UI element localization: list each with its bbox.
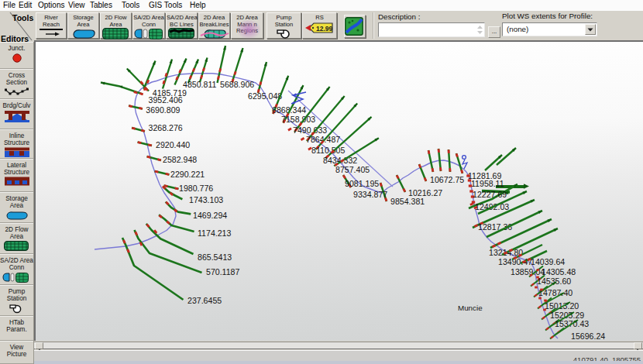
svg-text:Muncie: Muncie <box>458 304 483 312</box>
svg-text:237.6455: 237.6455 <box>187 296 222 305</box>
svg-text:9081.195: 9081.195 <box>345 179 379 188</box>
svg-text:1980.776: 1980.776 <box>179 184 213 193</box>
svg-text:6295.048: 6295.048 <box>248 91 282 101</box>
svg-text:4850.811: 4850.811 <box>183 80 217 89</box>
svg-text:4185.719: 4185.719 <box>153 88 187 98</box>
svg-text:15013.20: 15013.20 <box>545 301 579 311</box>
svg-text:7158.903: 7158.903 <box>281 115 315 124</box>
svg-text:12227.69: 12227.69 <box>473 190 507 199</box>
svg-text:1469.294: 1469.294 <box>193 211 227 220</box>
svg-text:10216.27: 10216.27 <box>408 188 442 197</box>
svg-text:8757.405: 8757.405 <box>335 165 370 174</box>
svg-text:1743.103: 1743.103 <box>189 195 223 204</box>
svg-text:15696.24: 15696.24 <box>571 331 605 341</box>
svg-text:3690.809: 3690.809 <box>146 105 180 115</box>
svg-text:14305.48: 14305.48 <box>542 267 576 276</box>
svg-text:2582.948: 2582.948 <box>163 155 197 164</box>
svg-text:3268.276: 3268.276 <box>149 123 183 132</box>
svg-text:10672.75: 10672.75 <box>430 175 464 184</box>
svg-text:865.5413: 865.5413 <box>198 252 232 262</box>
svg-text:7490.633: 7490.633 <box>293 125 327 135</box>
svg-text:9854.381: 9854.381 <box>390 197 425 206</box>
svg-text:9334.877: 9334.877 <box>353 190 387 199</box>
svg-text:2920.440: 2920.440 <box>156 140 190 149</box>
svg-text:2290.221: 2290.221 <box>170 170 205 179</box>
svg-text:8434.332: 8434.332 <box>323 156 357 165</box>
svg-text:5688.906: 5688.906 <box>220 80 254 89</box>
svg-text:14039.64: 14039.64 <box>531 257 565 266</box>
svg-text:1174.213: 1174.213 <box>198 228 232 238</box>
svg-text:570.1187: 570.1187 <box>206 267 240 276</box>
svg-text:11958.11: 11958.11 <box>471 179 504 188</box>
svg-text:12.99: 12.99 <box>316 24 333 32</box>
svg-text:14787.40: 14787.40 <box>538 288 573 297</box>
svg-text:8110.505: 8110.505 <box>311 146 346 155</box>
